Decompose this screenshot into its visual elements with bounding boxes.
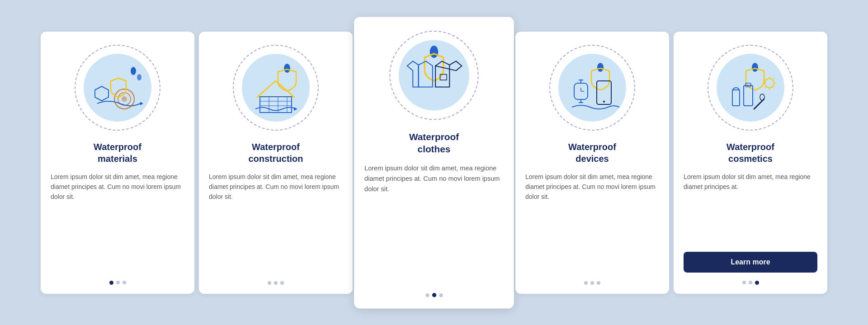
card-title-cosmetics: Waterproof cosmetics — [726, 141, 774, 165]
cosmetics-icon — [719, 58, 782, 117]
svg-marker-15 — [294, 107, 297, 111]
icon-area-devices — [547, 42, 637, 133]
construction-icon — [244, 58, 307, 117]
card-cosmetics: Waterproof cosmetics Lorem ipsum dolor s… — [674, 32, 827, 294]
svg-line-36 — [773, 87, 774, 88]
dots-materials — [109, 281, 126, 285]
dot-2 — [432, 293, 436, 297]
dot-1 — [268, 281, 271, 285]
icon-area-cosmetics — [705, 42, 796, 133]
svg-marker-6 — [140, 102, 143, 105]
card-materials: Waterproof materials Lorem ipsum dolor s… — [41, 32, 194, 294]
learn-more-button[interactable]: Learn more — [684, 252, 817, 273]
card-body-cosmetics: Lorem ipsum dolor sit dim amet, mea regi… — [684, 172, 817, 245]
card-construction: Waterproof construction Lorem ipsum dolo… — [199, 32, 353, 294]
dot-3 — [597, 281, 600, 285]
materials-icon — [86, 58, 149, 117]
svg-marker-8 — [258, 81, 294, 97]
dots-devices — [584, 281, 600, 285]
svg-point-30 — [765, 79, 774, 88]
svg-marker-2 — [95, 86, 108, 101]
dot-2 — [116, 281, 120, 284]
card-body-devices: Lorem ipsum dolor sit dim amet, mea regi… — [525, 172, 659, 273]
card-body-construction: Lorem ipsum dolor sit dim amet, mea regi… — [209, 172, 343, 273]
svg-point-43 — [760, 94, 764, 100]
svg-point-1 — [137, 74, 142, 80]
card-title-clothes: Waterproof clothes — [409, 131, 459, 155]
dots-construction — [268, 281, 284, 285]
card-clothes: Waterproof clothes Lorem ipsum dolor sit… — [354, 17, 514, 308]
devices-icon — [561, 58, 624, 117]
cards-container: Waterproof materials Lorem ipsum dolor s… — [9, 23, 859, 303]
card-body-clothes: Lorem ipsum dolor sit dim amet, mea regi… — [364, 163, 504, 284]
clothes-icon — [399, 42, 469, 108]
svg-point-0 — [131, 67, 136, 75]
svg-rect-41 — [732, 90, 740, 106]
card-title-materials: Waterproof materials — [94, 141, 142, 165]
dot-3 — [280, 281, 284, 285]
card-devices: Waterproof devices Lorem ipsum dolor sit… — [515, 32, 669, 294]
dot-2 — [590, 281, 594, 285]
dot-3 — [439, 293, 443, 297]
card-title-construction: Waterproof construction — [248, 141, 303, 165]
icon-area-clothes — [387, 28, 481, 122]
card-title-devices: Waterproof devices — [568, 141, 616, 165]
svg-line-37 — [764, 87, 766, 88]
svg-point-5 — [122, 96, 127, 102]
dots-clothes — [425, 293, 443, 297]
icon-area-construction — [231, 42, 321, 133]
dot-1 — [425, 293, 429, 297]
dot-3 — [755, 281, 759, 285]
dots-cosmetics — [742, 281, 759, 285]
dot-1 — [109, 281, 113, 285]
svg-point-7 — [284, 64, 290, 73]
dot-1 — [742, 281, 746, 284]
svg-point-28 — [603, 101, 605, 103]
svg-point-18 — [597, 63, 604, 72]
card-body-materials: Lorem ipsum dolor sit dim amet, mea regi… — [51, 172, 184, 273]
dot-2 — [749, 281, 752, 284]
dot-1 — [584, 281, 588, 285]
dot-3 — [123, 281, 126, 284]
icon-area-materials — [72, 42, 163, 133]
svg-line-35 — [764, 78, 766, 80]
svg-line-38 — [773, 78, 774, 80]
svg-point-29 — [752, 63, 758, 72]
dot-2 — [274, 281, 278, 285]
svg-point-16 — [430, 46, 439, 58]
